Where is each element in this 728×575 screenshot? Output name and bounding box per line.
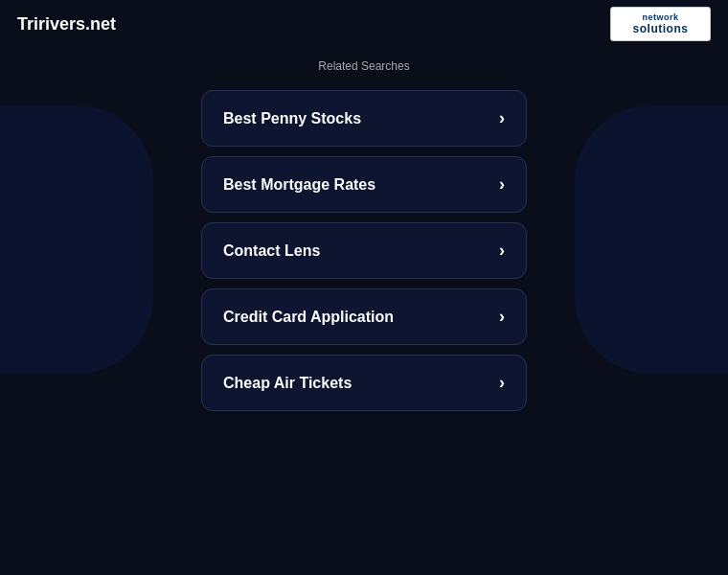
link-label: Credit Card Application	[223, 309, 394, 326]
search-label: Related Searches	[0, 48, 728, 80]
link-label: Cheap Air Tickets	[223, 375, 352, 392]
list-item[interactable]: Credit Card Application›	[201, 288, 527, 345]
header: Tririvers.net network solutions	[0, 0, 728, 48]
main-content: Best Penny Stocks›Best Mortgage Rates›Co…	[0, 80, 728, 421]
chevron-right-icon: ›	[499, 241, 505, 261]
ns-network-text: network	[642, 12, 678, 22]
network-solutions-badge[interactable]: network solutions	[610, 7, 711, 41]
list-item[interactable]: Cheap Air Tickets›	[201, 355, 527, 411]
link-label: Contact Lens	[223, 242, 320, 260]
list-item[interactable]: Best Mortgage Rates›	[201, 156, 527, 213]
links-list: Best Penny Stocks›Best Mortgage Rates›Co…	[201, 90, 527, 421]
chevron-right-icon: ›	[499, 373, 505, 393]
chevron-right-icon: ›	[499, 108, 505, 128]
site-title: Tririvers.net	[17, 14, 116, 34]
chevron-right-icon: ›	[499, 174, 505, 195]
link-label: Best Mortgage Rates	[223, 176, 375, 194]
list-item[interactable]: Contact Lens›	[201, 222, 527, 279]
chevron-right-icon: ›	[499, 307, 505, 327]
link-label: Best Penny Stocks	[223, 110, 361, 127]
list-item[interactable]: Best Penny Stocks›	[201, 90, 527, 147]
ns-solutions-text: solutions	[633, 22, 689, 35]
